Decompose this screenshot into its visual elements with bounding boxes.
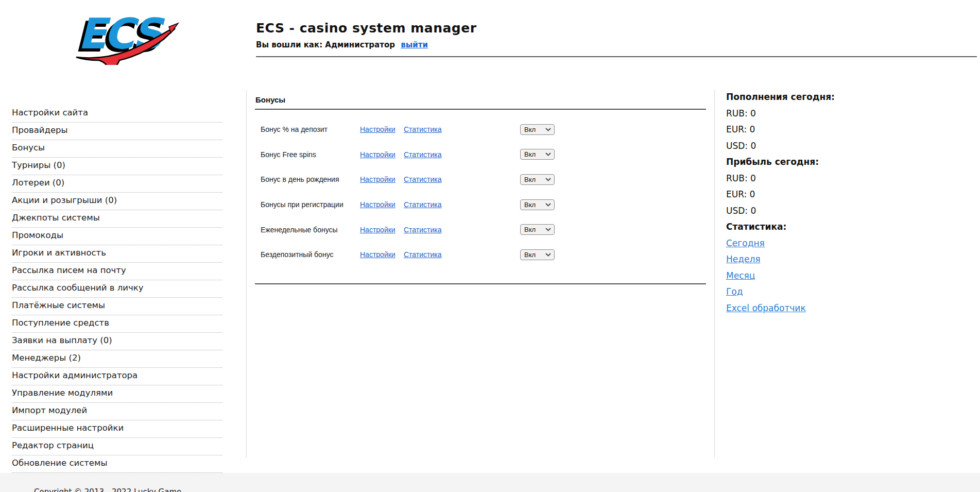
login-status: Вы вошли как: Администратор выйти [256, 40, 428, 49]
bonus-statistics-link[interactable]: Статистика [404, 125, 442, 133]
chevron-down-icon [545, 253, 551, 257]
sidebar-item[interactable]: Джекпоты системы [12, 210, 222, 228]
sidebar-item-label: Провайдеры [12, 125, 68, 135]
sidebar-item[interactable]: Расширенные настройки [12, 420, 222, 438]
ecs-logo-image: ECS ECS [71, 7, 179, 65]
sidebar-item[interactable]: Платёжные системы [12, 298, 222, 315]
sidebar-item[interactable]: Управление модулями [12, 385, 222, 403]
copyright-text: Copyright © 2013—2022 Lucky Game [34, 487, 181, 492]
sidebar-item-label: Управление модулями [12, 388, 113, 398]
statistics-title: Статистика: [726, 222, 968, 232]
bonus-toggle-select[interactable]: Вкл [520, 249, 555, 260]
chevron-down-icon [545, 128, 551, 131]
bonus-toggle-select[interactable]: Вкл [520, 199, 555, 210]
chevron-down-icon [545, 203, 551, 207]
sidebar-item-label: Рассылка сообщений в личку [12, 283, 143, 293]
sidebar-nav: Настройки сайта Провайдеры Бонусы Турнир… [12, 105, 222, 473]
currency-amount: USD: 0 [726, 206, 968, 216]
sidebar-item[interactable]: Игроки и активность [12, 245, 222, 263]
sidebar-item-label: Акции и розыгрыши (0) [12, 195, 117, 205]
sidebar-item-label: Лотереи (0) [12, 178, 64, 188]
bonus-settings-link[interactable]: Настройки [360, 150, 396, 159]
bonus-toggle-select[interactable]: Вкл [520, 124, 555, 135]
bonus-row: Бонус в день рождения Настройки Статисти… [255, 167, 706, 192]
bonus-settings-link[interactable]: Настройки [360, 200, 396, 209]
bonus-name: Бонус % на депозит [261, 125, 360, 133]
bonus-settings-link[interactable]: Настройки [360, 125, 396, 133]
page-title: ECS - casino system manager [256, 21, 476, 36]
sidebar-item-label: Настройки сайта [12, 108, 88, 117]
sidebar-item[interactable]: Бонусы [12, 140, 222, 158]
currency-amount: EUR: 0 [726, 125, 968, 135]
profit-today-title: Прибыль сегодня: [726, 157, 968, 167]
ecs-logo[interactable]: ECS ECS [71, 7, 179, 65]
stats-period-link[interactable]: Неделя [726, 255, 761, 265]
sidebar-item[interactable]: Промокоды [12, 228, 222, 245]
bonus-toggle-value: Вкл [524, 201, 536, 209]
sidebar-item-label: Заявки на выплату (0) [12, 335, 112, 345]
sidebar-item[interactable]: Заявки на выплату (0) [12, 333, 222, 350]
sidebar-item-label: Расширенные настройки [12, 423, 124, 433]
bonus-row: Еженедельные бонусы Настройки Статистика… [255, 217, 706, 242]
section-divider-top [255, 109, 706, 110]
login-status-text: Вы вошли как: Администратор [256, 40, 395, 49]
bonus-row: Бездепозитный бонус Настройки Статистика… [255, 242, 706, 267]
stats-period-link[interactable]: Сегодня [726, 239, 765, 249]
bonus-toggle-select[interactable]: Вкл [520, 149, 555, 160]
sidebar-item[interactable]: Рассылка сообщений в личку [12, 280, 222, 298]
sidebar-item-label: Поступление средств [12, 318, 109, 328]
sidebar-item-label: Импорт модулей [12, 405, 87, 415]
logout-link[interactable]: выйти [401, 40, 428, 49]
svg-text:ECS: ECS [78, 9, 165, 58]
sidebar-item-label: Игроки и активность [12, 248, 106, 258]
sidebar-item[interactable]: Импорт модулей [12, 403, 222, 420]
sidebar-item-label: Обновление системы [12, 458, 107, 468]
sidebar-item[interactable]: Настройки администратора [12, 368, 222, 385]
sidebar-item[interactable]: Настройки сайта [12, 105, 222, 123]
stats-panel: Пополнения сегодня: RUB: 0EUR: 0USD: 0 П… [726, 92, 968, 319]
statistics-links: СегодняНеделяМесяцГодExcel обработчик [726, 239, 968, 314]
bonus-statistics-link[interactable]: Статистика [404, 200, 442, 209]
bonus-name: Бонус Free spins [261, 150, 360, 159]
sidebar-item[interactable]: Менеджеры (2) [12, 350, 222, 368]
deposits-list: RUB: 0EUR: 0USD: 0 [726, 109, 968, 151]
sidebar-item-label: Рассылка писем на почту [12, 265, 126, 275]
sidebar-item-label: Бонусы [12, 143, 45, 152]
sidebar-item-label: Платёжные системы [12, 300, 105, 310]
bonus-name: Бонус в день рождения [261, 175, 360, 183]
bonus-toggle-select[interactable]: Вкл [520, 224, 555, 235]
logo-arrow-tip [169, 23, 178, 33]
section-divider-bottom [255, 283, 706, 284]
bonus-statistics-link[interactable]: Статистика [404, 175, 442, 183]
sidebar-item[interactable]: Лотереи (0) [12, 175, 222, 193]
bonus-statistics-link[interactable]: Статистика [404, 226, 442, 234]
stats-period-link[interactable]: Год [726, 287, 743, 297]
bonus-toggle-value: Вкл [524, 251, 536, 259]
bonus-statistics-link[interactable]: Статистика [404, 150, 442, 159]
sidebar-item[interactable]: Провайдеры [12, 123, 222, 140]
currency-amount: RUB: 0 [726, 174, 968, 184]
bonus-settings-link[interactable]: Настройки [360, 175, 396, 183]
sidebar-item[interactable]: Акции и розыгрыши (0) [12, 193, 222, 210]
bonus-toggle-value: Вкл [524, 150, 536, 158]
sidebar-item[interactable]: Поступление средств [12, 315, 222, 333]
sidebar-item[interactable]: Обновление системы [12, 455, 222, 473]
sidebar-item[interactable]: Турниры (0) [12, 158, 222, 175]
sidebar-item[interactable]: Рассылка писем на почту [12, 263, 222, 280]
currency-amount: USD: 0 [726, 141, 968, 151]
bonus-settings-link[interactable]: Настройки [360, 250, 396, 259]
stats-period-link[interactable]: Excel обработчик [726, 303, 806, 314]
bonus-toggle-select[interactable]: Вкл [520, 174, 555, 185]
sidebar-item-label: Настройки администратора [12, 370, 137, 380]
bonus-statistics-link[interactable]: Статистика [404, 250, 442, 259]
sidebar-item[interactable]: Редактор страниц [12, 438, 222, 455]
bonus-name: Бонусы при регистрации [261, 200, 360, 209]
stats-period-link[interactable]: Месяц [726, 271, 755, 281]
bonus-name: Еженедельные бонусы [261, 226, 360, 234]
footer: Copyright © 2013—2022 Lucky Game [0, 473, 980, 492]
bonus-settings-link[interactable]: Настройки [360, 226, 396, 234]
bonus-toggle-value: Вкл [524, 226, 536, 233]
bonus-toggle-value: Вкл [524, 176, 536, 183]
bonuses-panel: Бонусы Бонус % на депозит Настройки Стат… [246, 90, 715, 457]
sidebar-item-label: Турниры (0) [12, 160, 65, 170]
